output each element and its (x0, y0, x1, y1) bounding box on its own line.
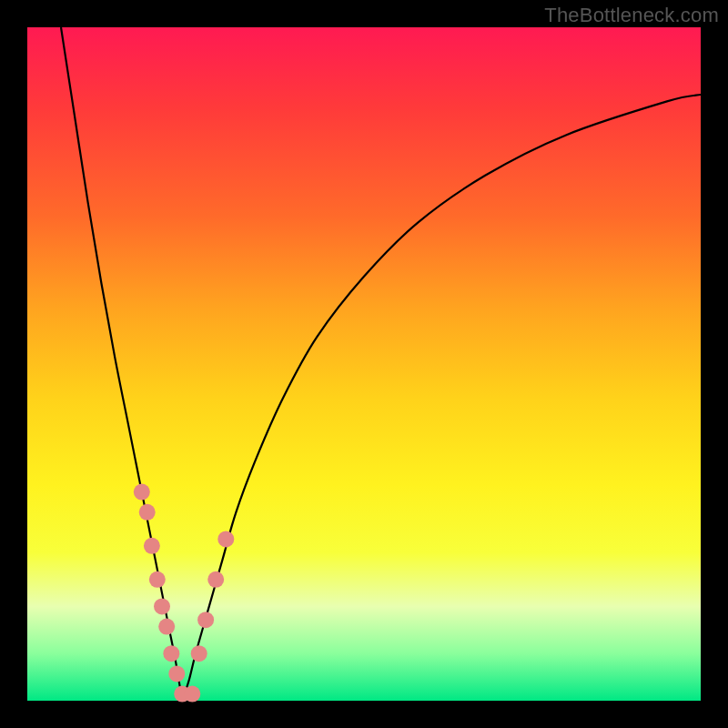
data-marker (154, 598, 170, 614)
marker-layer (134, 484, 234, 703)
curve-right-branch (182, 95, 701, 701)
chart-frame: TheBottleneck.com (0, 0, 728, 728)
chart-svg (27, 27, 701, 701)
watermark-label: TheBottleneck.com (544, 4, 719, 27)
data-marker (207, 571, 224, 588)
data-marker (184, 686, 200, 703)
data-marker (134, 484, 150, 500)
plot-area (27, 27, 701, 701)
data-marker (158, 619, 175, 635)
data-marker (163, 645, 179, 662)
data-marker (197, 612, 214, 628)
curve-layer (61, 27, 701, 701)
data-marker (168, 665, 185, 682)
data-marker (191, 645, 207, 662)
data-marker (144, 538, 160, 554)
data-marker (149, 571, 166, 588)
data-marker (217, 531, 234, 547)
data-marker (139, 504, 156, 521)
